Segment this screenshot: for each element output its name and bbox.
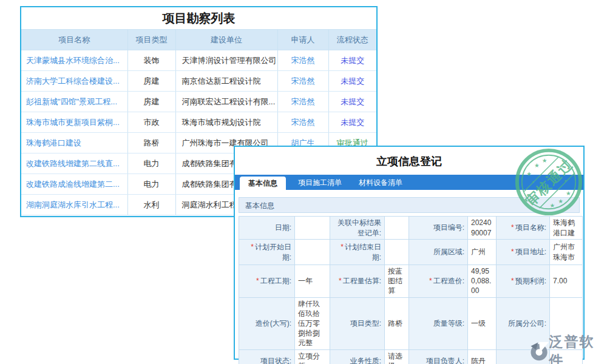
applicant-link[interactable]: 宋浩然 [277,71,328,92]
field-value-bid-result[interactable] [385,217,409,240]
field-label-duration: *工程工期: [239,265,295,298]
project-type: 市政 [127,112,175,133]
field-label-project-manager: *项目负责人: [409,349,468,364]
field-label-project-status: *项目状态: [239,349,295,364]
project-type: 装饰 [127,50,175,71]
field-value-cost-in-words[interactable]: 肆仟玖佰玖拾伍万零捌拾捌元整 [295,297,330,349]
field-value-project-address[interactable]: 广州市珠海市 [550,240,583,265]
field-value-region[interactable]: 广州 [468,240,497,265]
field-value-quality-grade[interactable]: 一级 [468,297,497,349]
project-name-link[interactable]: 济南大学工科综合楼建设... [21,71,127,92]
construction-unit: 南京信达新工程设计院 [175,71,277,92]
table-header-row: 项目名称 项目类型 建设单位 申请人 流程状态 [21,30,376,50]
column-header-applicant: 申请人 [277,30,328,50]
field-value-project-status[interactable]: 立项分析 [295,349,330,364]
field-value-expected-profit[interactable]: 7.00 [550,265,583,298]
required-asterisk: * [429,277,432,285]
vendor-name: 泛普软件 [549,332,607,364]
field-label-business-nature: *业务性质: [330,349,385,364]
field-value-date[interactable] [295,217,330,240]
required-asterisk: * [256,277,259,285]
project-name-link[interactable]: 珠海鹤港口建设 [21,133,127,153]
applicant-link[interactable]: 宋浩然 [277,112,328,133]
project-type: 房建 [127,92,175,112]
field-label-plan-end: *计划结束日期: [330,240,385,265]
form-row: *工程工期: 一年 *工程量估算: 按蓝图结算 *工程造价: 49,950,08… [239,265,583,298]
form-row: *日期: *关联中标结果登记单: *项目编号: 2024090007 *项目名称… [239,217,583,240]
tab-basic-info[interactable]: 基本信息 [240,177,286,190]
field-value-duration[interactable]: 一年 [295,265,330,298]
required-asterisk: * [511,248,514,256]
project-type: 电力 [127,153,175,174]
construction-unit: 河南联宏达工程设计有限... [175,92,277,112]
project-type: 房建 [127,71,175,92]
field-label-bid-result: *关联中标结果登记单: [330,217,385,240]
field-value-plan-end[interactable] [385,240,409,265]
status-badge[interactable]: 未提交 [328,71,376,92]
project-name-link[interactable]: 改建铁路成渝线增建第二... [21,174,127,195]
table-row: 天津蒙城县水环境综合治... 装饰 天津博润设计管理有限公司 宋浩然 未提交 [21,50,376,71]
table-row: 济南大学工科综合楼建设... 房建 南京信达新工程设计院 宋浩然 未提交 [21,71,376,92]
project-registration-window: 立项信息登记 基本信息 项目施工清单 材料设备清单 基本信息 *日期: *关联中… [234,146,585,360]
field-label-project-address: *项目地址: [497,240,550,265]
form-row: *计划开始日期: *计划结束日期: *所属区域: 广州 *项目地址: 广州市珠海… [239,240,583,265]
construction-unit: 珠海市城市规划设计院 [175,112,277,133]
field-label-project-no: *项目编号: [409,217,468,240]
required-asterisk: * [339,277,342,285]
table-row: 珠海市城市更新项目紫桐... 市政 珠海市城市规划设计院 宋浩然 未提交 [21,112,376,133]
table-row: 彭祖新城"四馆"景观工程... 房建 河南联宏达工程设计有限... 宋浩然 未提… [21,92,376,112]
column-header-project-name: 项目名称 [21,30,127,50]
applicant-link[interactable]: 宋浩然 [277,92,328,112]
field-value-project-type[interactable]: 路桥 [385,297,409,349]
project-name-link[interactable]: 天津蒙城县水环境综合治... [21,50,127,71]
tab-bar: 基本信息 项目施工清单 材料设备清单 [235,175,583,190]
project-type: 路桥 [127,133,175,153]
field-label-region: *所属区域: [409,240,468,265]
project-type: 电力 [127,174,175,195]
field-value-business-nature[interactable]: 请选择 [385,349,409,364]
required-asterisk: * [511,277,514,285]
field-label-project-name: *项目名称: [497,217,550,240]
construction-unit: 天津博润设计管理有限公司 [175,50,277,71]
field-label-cost-in-words: *造价(大写): [239,297,295,349]
field-label-plan-start: *计划开始日期: [239,240,295,265]
field-label-expected-profit: *预期利润: [497,265,550,298]
status-badge[interactable]: 未提交 [328,92,376,112]
tab-construction-list[interactable]: 项目施工清单 [290,176,350,190]
status-badge[interactable]: 未提交 [328,50,376,71]
section-header-basic-info: 基本信息 [239,197,580,213]
required-asterisk: * [511,223,514,232]
tab-material-equipment-list[interactable]: 材料设备清单 [350,176,411,190]
project-name-link[interactable]: 珠海市城市更新项目紫桐... [21,112,127,133]
field-label-quality-grade: *质量等级: [409,297,468,349]
field-label-date: *日期: [239,217,295,240]
vendor-logo: 泛普软件 www.fanpusoft.com [528,332,607,364]
field-value-quantity-estimate[interactable]: 按蓝图结算 [385,265,409,298]
column-header-project-type: 项目类型 [127,30,175,50]
status-badge[interactable]: 未提交 [328,112,376,133]
project-name-link[interactable]: 改建铁路线增建第二线直... [21,153,127,174]
fanpu-logo-icon [528,341,549,362]
field-value-project-name[interactable]: 珠海鹤港口建 [550,217,583,240]
project-type: 水利 [127,195,175,215]
required-asterisk: * [341,243,344,251]
field-value-project-manager[interactable]: 陈丹 [468,349,497,364]
applicant-link[interactable]: 宋浩然 [277,50,328,71]
field-value-project-no[interactable]: 2024090007 [468,217,497,240]
field-label-quantity-estimate: *工程量估算: [330,265,385,298]
field-label-project-cost: *工程造价: [409,265,468,298]
field-label-project-type: *项目类型: [330,297,385,349]
project-name-link[interactable]: 彭祖新城"四馆"景观工程... [21,92,127,112]
field-value-project-cost[interactable]: 49,950,088.00 [468,265,497,298]
column-header-construction-unit: 建设单位 [175,30,277,50]
required-asterisk: * [251,243,254,251]
form-title: 立项信息登记 [235,147,583,175]
page-title: 项目勘察列表 [21,7,376,29]
project-name-link[interactable]: 湖南洞庭湖水库引水工程... [21,195,127,215]
field-value-plan-start[interactable] [295,240,330,265]
column-header-flow-status: 流程状态 [328,30,376,50]
